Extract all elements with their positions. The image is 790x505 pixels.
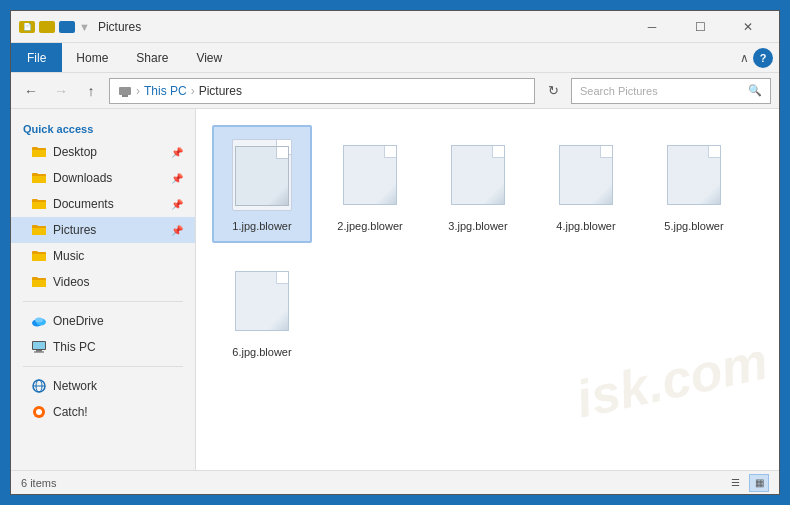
- sidebar-catch-label: Catch!: [53, 405, 88, 419]
- pin-icon: 📌: [171, 225, 183, 236]
- file-name: 4.jpg.blower: [556, 219, 615, 233]
- search-icon[interactable]: 🔍: [748, 84, 762, 97]
- onedrive-icon: [31, 313, 47, 329]
- file-name: 5.jpg.blower: [664, 219, 723, 233]
- file-icon-wrapper: [334, 135, 406, 215]
- sidebar-thispc-label: This PC: [53, 340, 96, 354]
- sidebar-divider-2: [23, 366, 183, 367]
- back-button[interactable]: ←: [19, 79, 43, 103]
- title-icon-3: [59, 21, 75, 33]
- search-placeholder: Search Pictures: [580, 85, 658, 97]
- sidebar-videos-label: Videos: [53, 275, 89, 289]
- sidebar: Quick access Desktop 📌 Downloads 📌: [11, 109, 196, 470]
- sidebar-item-network[interactable]: Network: [11, 373, 195, 399]
- file-icon-wrapper: [550, 135, 622, 215]
- svg-rect-1: [122, 95, 128, 97]
- ribbon-collapse-icon[interactable]: ∧: [740, 51, 749, 65]
- sidebar-item-documents[interactable]: Documents 📌: [11, 191, 195, 217]
- pin-icon: 📌: [171, 147, 183, 158]
- minimize-button[interactable]: ─: [629, 11, 675, 43]
- sidebar-item-videos[interactable]: Videos: [11, 269, 195, 295]
- file-icon-wrapper: [658, 135, 730, 215]
- svg-rect-8: [34, 352, 44, 353]
- refresh-button[interactable]: ↻: [541, 79, 565, 103]
- window-controls: ─ ☐ ✕: [629, 11, 771, 43]
- folder-icon: [31, 170, 47, 186]
- title-bar: 📄 ▼ Pictures ─ ☐ ✕: [11, 11, 779, 43]
- sidebar-quick-access-label[interactable]: Quick access: [11, 117, 195, 139]
- file-name: 3.jpg.blower: [448, 219, 507, 233]
- main-area: Quick access Desktop 📌 Downloads 📌: [11, 109, 779, 470]
- file-item[interactable]: 6.jpg.blower: [212, 251, 312, 369]
- title-icon-2: [39, 21, 55, 33]
- watermark: isk.com: [571, 331, 773, 430]
- item-count: 6 items: [21, 477, 56, 489]
- file-item[interactable]: 2.jpeg.blower: [320, 125, 420, 243]
- network-icon: [31, 378, 47, 394]
- file-icon-wrapper: [226, 261, 298, 341]
- svg-rect-0: [119, 87, 131, 95]
- sidebar-music-label: Music: [53, 249, 84, 263]
- sidebar-item-desktop[interactable]: Desktop 📌: [11, 139, 195, 165]
- sidebar-divider: [23, 301, 183, 302]
- sidebar-desktop-label: Desktop: [53, 145, 97, 159]
- sidebar-item-catch[interactable]: Catch!: [11, 399, 195, 425]
- sidebar-onedrive-label: OneDrive: [53, 314, 104, 328]
- file-item[interactable]: 1.jpg.blower: [212, 125, 312, 243]
- sidebar-item-music[interactable]: Music: [11, 243, 195, 269]
- menu-view[interactable]: View: [182, 43, 236, 72]
- svg-rect-7: [36, 350, 42, 352]
- folder-icon: [31, 144, 47, 160]
- file-item[interactable]: 3.jpg.blower: [428, 125, 528, 243]
- svg-point-13: [36, 409, 42, 415]
- status-bar: 6 items ☰ ▦: [11, 470, 779, 494]
- breadcrumb-pc-icon: [118, 84, 132, 98]
- folder-icon: [31, 222, 47, 238]
- menu-file[interactable]: File: [11, 43, 62, 72]
- title-dropdown-arrow[interactable]: ▼: [79, 21, 90, 33]
- file-item[interactable]: 4.jpg.blower: [536, 125, 636, 243]
- view-toggle: ☰ ▦: [725, 474, 769, 492]
- sidebar-item-downloads[interactable]: Downloads 📌: [11, 165, 195, 191]
- sidebar-item-thispc[interactable]: This PC: [11, 334, 195, 360]
- file-icon: [232, 139, 292, 211]
- list-view-button[interactable]: ☰: [725, 474, 745, 492]
- explorer-window: 📄 ▼ Pictures ─ ☐ ✕ File Home Share View …: [10, 10, 780, 495]
- file-name: 6.jpg.blower: [232, 345, 291, 359]
- up-button[interactable]: ↑: [79, 79, 103, 103]
- nav-bar: ← → ↑ › This PC › Pictures ↻ Search Pict…: [11, 73, 779, 109]
- breadcrumb-pictures[interactable]: Pictures: [199, 84, 242, 98]
- sidebar-pictures-label: Pictures: [53, 223, 96, 237]
- title-bar-icons: 📄 ▼: [19, 21, 90, 33]
- file-name: 1.jpg.blower: [232, 219, 291, 233]
- pin-icon: 📌: [171, 199, 183, 210]
- sidebar-downloads-label: Downloads: [53, 171, 112, 185]
- svg-rect-6: [33, 342, 45, 349]
- file-icon-wrapper: [226, 135, 298, 215]
- close-button[interactable]: ✕: [725, 11, 771, 43]
- title-icon-1: 📄: [19, 21, 35, 33]
- folder-icon: [31, 196, 47, 212]
- menu-home[interactable]: Home: [62, 43, 122, 72]
- breadcrumb: › This PC › Pictures: [118, 84, 242, 98]
- forward-button[interactable]: →: [49, 79, 73, 103]
- address-bar[interactable]: › This PC › Pictures: [109, 78, 535, 104]
- svg-point-4: [35, 318, 43, 323]
- menu-share[interactable]: Share: [122, 43, 182, 72]
- icon-view-button[interactable]: ▦: [749, 474, 769, 492]
- file-area: isk.com 1.jpg.blower: [196, 109, 779, 470]
- sidebar-network-label: Network: [53, 379, 97, 393]
- sidebar-item-onedrive[interactable]: OneDrive: [11, 308, 195, 334]
- help-button[interactable]: ?: [753, 48, 773, 68]
- maximize-button[interactable]: ☐: [677, 11, 723, 43]
- search-bar[interactable]: Search Pictures 🔍: [571, 78, 771, 104]
- sidebar-item-pictures[interactable]: Pictures 📌: [11, 217, 195, 243]
- file-icon-wrapper: [442, 135, 514, 215]
- file-item[interactable]: 5.jpg.blower: [644, 125, 744, 243]
- window-title: Pictures: [98, 20, 629, 34]
- breadcrumb-thispc[interactable]: This PC: [144, 84, 187, 98]
- pin-icon: 📌: [171, 173, 183, 184]
- folder-icon: [31, 274, 47, 290]
- computer-icon: [31, 339, 47, 355]
- folder-icon: [31, 248, 47, 264]
